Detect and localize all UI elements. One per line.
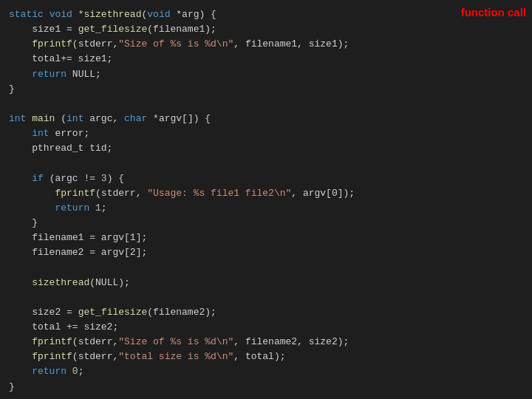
code-block: static void *sizethread(void *arg) { siz… [9,7,523,395]
function-call-label: function call [461,6,526,18]
code-container: function call static void *sizethread(vo… [0,0,532,399]
